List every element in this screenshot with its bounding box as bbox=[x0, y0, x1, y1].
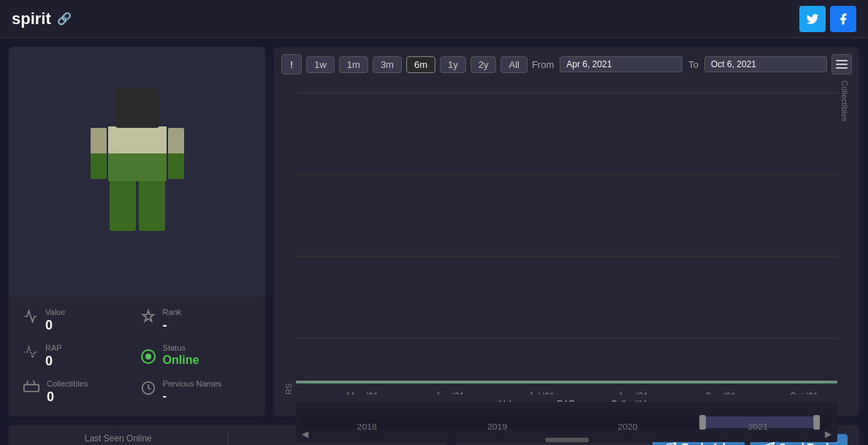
time-btn-all[interactable]: All bbox=[500, 56, 527, 73]
svg-rect-25 bbox=[699, 415, 706, 430]
stat-previous-names: Previous Names - bbox=[141, 379, 251, 405]
chart-info-button[interactable]: ! bbox=[281, 54, 302, 75]
to-label: To bbox=[688, 59, 698, 70]
char-legs bbox=[110, 180, 165, 231]
main-content: Value 0 Rank - bbox=[0, 38, 868, 425]
timeline-svg: 2018 2019 2020 2021 bbox=[302, 411, 831, 434]
chart-menu-button[interactable] bbox=[831, 54, 852, 75]
stat-rank: Rank - bbox=[141, 308, 251, 333]
status-icon bbox=[141, 345, 156, 364]
chart-y-label: RS bbox=[281, 80, 296, 395]
rap-icon bbox=[23, 345, 38, 363]
time-btn-1m[interactable]: 1m bbox=[339, 56, 368, 73]
svg-text:Jun '21: Jun '21 bbox=[435, 389, 465, 395]
svg-text:Aug '21: Aug '21 bbox=[618, 389, 649, 395]
from-label: From bbox=[532, 59, 554, 70]
svg-text:2021: 2021 bbox=[748, 422, 768, 430]
last-seen-stat: Last Seen Online 51 seconds ago bbox=[9, 425, 228, 445]
stat-rap-info: RAP 0 bbox=[45, 343, 62, 369]
stat-previous-names-info: Previous Names - bbox=[163, 379, 222, 403]
time-btn-1y[interactable]: 1y bbox=[440, 56, 466, 73]
svg-text:Jul '21: Jul '21 bbox=[528, 389, 555, 395]
stat-collectibles-info: Collectibles 0 bbox=[47, 379, 88, 405]
value-icon bbox=[23, 309, 38, 327]
from-date-input[interactable] bbox=[560, 56, 682, 72]
char-torso bbox=[108, 126, 167, 181]
avatar bbox=[79, 88, 196, 256]
stat-value-info: Value 0 bbox=[45, 308, 65, 333]
stat-rank-info: Rank - bbox=[163, 308, 182, 333]
to-date-input[interactable] bbox=[704, 56, 827, 72]
time-btn-1w[interactable]: 1w bbox=[306, 56, 335, 73]
header-left: spirit 🔗 bbox=[12, 9, 72, 28]
app-title: spirit bbox=[12, 9, 51, 28]
timeline-scrollbar[interactable] bbox=[545, 438, 589, 442]
time-btn-3m[interactable]: 3m bbox=[373, 56, 402, 73]
right-panel: ! 1w 1m 3m 6m 1y 2y All From To bbox=[274, 47, 859, 417]
char-arm-left bbox=[91, 128, 107, 179]
last-seen-label: Last Seen Online bbox=[85, 433, 152, 444]
svg-text:May '21: May '21 bbox=[347, 389, 379, 395]
timeline-left-arrow[interactable]: ◀ bbox=[302, 429, 308, 439]
time-btn-6m[interactable]: 6m bbox=[406, 56, 435, 73]
svg-rect-3 bbox=[836, 64, 848, 65]
stats-section: Value 0 Rank - bbox=[9, 296, 265, 417]
previous-names-icon bbox=[141, 381, 156, 399]
stat-status: Status Online bbox=[141, 343, 251, 369]
collectibles-icon bbox=[23, 381, 39, 396]
chart-area: RS 3 2 1 0 May '21 Jun '21 bbox=[281, 80, 852, 395]
stat-value: Value 0 bbox=[23, 308, 134, 333]
svg-text:Oct '21: Oct '21 bbox=[790, 389, 818, 395]
timeline: 2018 2019 2020 2021 ◀ ▶ bbox=[296, 402, 837, 442]
header: spirit 🔗 bbox=[0, 0, 868, 38]
date-range: From To bbox=[532, 56, 827, 72]
svg-rect-0 bbox=[24, 384, 39, 391]
twitter-button[interactable] bbox=[799, 6, 826, 32]
stat-collectibles: Collectibles 0 bbox=[23, 379, 134, 405]
svg-text:Sep '21: Sep '21 bbox=[705, 389, 736, 395]
facebook-button[interactable] bbox=[830, 6, 856, 32]
char-leg-left bbox=[110, 180, 136, 231]
timeline-right-arrow[interactable]: ▶ bbox=[825, 429, 831, 439]
svg-text:2019: 2019 bbox=[487, 422, 507, 430]
svg-text:2020: 2020 bbox=[618, 422, 639, 430]
char-leg-right bbox=[139, 180, 165, 231]
chart-controls: ! 1w 1m 3m 6m 1y 2y All From To bbox=[281, 54, 852, 75]
stat-rap: RAP 0 bbox=[23, 343, 134, 369]
svg-text:2018: 2018 bbox=[357, 422, 377, 430]
char-arm-right bbox=[168, 128, 184, 179]
chart-main: 3 2 1 0 May '21 Jun '21 Jul '21 Aug '21 … bbox=[296, 80, 837, 395]
svg-rect-26 bbox=[813, 415, 820, 430]
avatar-section bbox=[9, 47, 265, 296]
link-icon[interactable]: 🔗 bbox=[57, 12, 72, 26]
rank-icon bbox=[141, 309, 156, 327]
stat-status-info: Status Online bbox=[163, 343, 199, 367]
svg-rect-2 bbox=[836, 60, 848, 61]
svg-rect-4 bbox=[836, 67, 848, 69]
chart-right-label: Collectibles bbox=[837, 80, 852, 395]
time-btn-2y[interactable]: 2y bbox=[471, 56, 497, 73]
social-buttons bbox=[799, 6, 856, 32]
char-head bbox=[115, 88, 159, 128]
chart-svg: 3 2 1 0 May '21 Jun '21 Jul '21 Aug '21 … bbox=[296, 80, 837, 395]
left-panel: Value 0 Rank - bbox=[9, 47, 265, 417]
